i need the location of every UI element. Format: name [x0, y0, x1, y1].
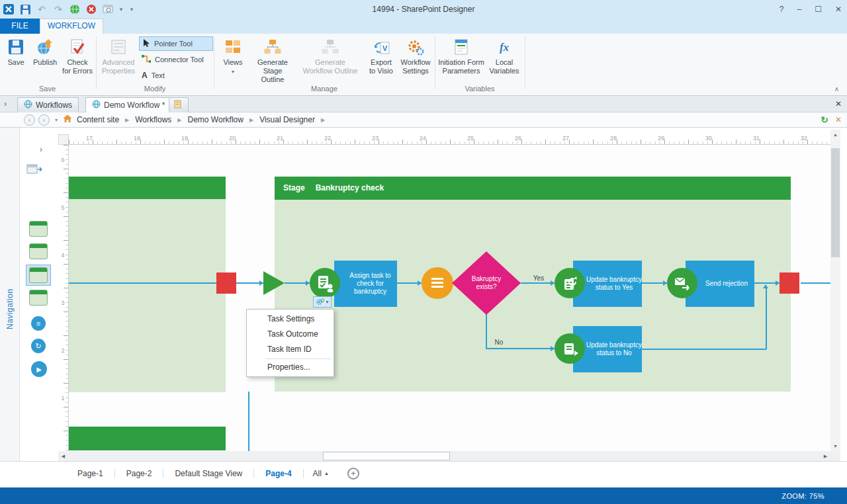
undo-icon[interactable]: ↶: [36, 3, 48, 15]
left-stage-body[interactable]: [69, 199, 226, 392]
vertical-scrollbar[interactable]: ▲ ▼: [830, 130, 840, 451]
enter-stage-shape[interactable]: [216, 273, 236, 294]
site-icon[interactable]: [69, 3, 81, 15]
save-button[interactable]: Save: [3, 36, 29, 67]
page-tab-4[interactable]: Page-4: [254, 469, 302, 478]
back-icon[interactable]: ‹: [24, 114, 35, 126]
scroll-down-icon[interactable]: ▼: [830, 441, 840, 451]
check-for-errors-button[interactable]: Check for Errors: [61, 36, 94, 75]
tab-workflow[interactable]: WORKFLOW: [40, 19, 103, 34]
workflow-settings-button[interactable]: Workflow Settings: [398, 36, 433, 75]
update-status-yes-icon[interactable]: [555, 268, 585, 298]
text-tool-button[interactable]: A Text: [139, 68, 213, 83]
crumb-separator-icon: ▶: [316, 117, 330, 123]
generate-workflow-outline-button: Generate Workflow Outline: [296, 36, 364, 75]
preview-browser-icon[interactable]: [102, 3, 114, 15]
help-button[interactable]: ?: [780, 5, 784, 14]
horizontal-scrollbar[interactable]: ◀ ▶: [58, 451, 830, 461]
qat-customize-icon[interactable]: ▾: [128, 3, 135, 15]
wf-settings-label-1: Workflow: [400, 58, 430, 66]
group-separator: [435, 36, 435, 89]
tab-workflows[interactable]: Workflows: [17, 97, 79, 112]
navigation-pane-label[interactable]: Navigation: [5, 250, 15, 329]
close-tab-icon[interactable]: ✕: [835, 99, 842, 108]
initiation-form-parameters-button[interactable]: Initiation Form Parameters: [438, 36, 484, 75]
horizontal-scrollbar-thumb[interactable]: [323, 452, 450, 460]
ruler-corner: [58, 134, 69, 145]
maximize-button[interactable]: ☐: [815, 5, 822, 14]
menu-item-task-outcome[interactable]: Task Outcome: [247, 327, 334, 342]
minimize-button[interactable]: –: [797, 5, 801, 14]
pointer-tool-button[interactable]: Pointer Tool: [139, 36, 213, 51]
palette-parallel-icon[interactable]: ≡: [31, 316, 46, 331]
exit-stage-shape[interactable]: [780, 273, 799, 294]
shapes-panel-icon[interactable]: [26, 163, 42, 178]
task-options-dropdown-button[interactable]: ▾: [313, 296, 332, 308]
views-button[interactable]: Views ▾: [217, 36, 249, 76]
history-dropdown-icon[interactable]: ▾: [51, 117, 62, 123]
check-label-2: for Errors: [62, 67, 93, 75]
stop-icon[interactable]: ✕: [835, 115, 842, 124]
page-tab-default-stage-view[interactable]: Default Stage View: [163, 469, 253, 478]
workflow-outline-icon: [296, 36, 364, 58]
connector-line-down: [248, 392, 249, 451]
refresh-icon[interactable]: ↻: [821, 114, 828, 125]
export-to-visio-button[interactable]: V Export to Visio: [365, 36, 397, 75]
tab-demo-workflow[interactable]: Demo Workflow *: [85, 97, 171, 112]
breadcrumb-item[interactable]: Workflows: [135, 115, 171, 124]
scroll-left-icon[interactable]: ◀: [58, 451, 68, 461]
left-stage-header[interactable]: [69, 177, 226, 199]
mini-tab[interactable]: [169, 97, 189, 112]
local-variables-button[interactable]: fx Local Variables: [487, 36, 521, 75]
page-tab-2[interactable]: Page-2: [115, 469, 163, 478]
palette-action-thumb[interactable]: [29, 290, 48, 306]
parallel-block-shape[interactable]: [422, 267, 453, 299]
vertical-scrollbar-thumb[interactable]: [831, 148, 840, 257]
forward-icon[interactable]: ›: [38, 114, 50, 126]
palette-loop-icon[interactable]: ↻: [31, 339, 46, 353]
palette-start-icon[interactable]: ▶: [31, 361, 47, 377]
file-tab[interactable]: FILE: [0, 19, 40, 34]
palette-step-thumb[interactable]: [29, 243, 48, 259]
send-rejection-label: Send rejection: [705, 280, 748, 288]
condition-label: Bakruptcy exists?: [465, 275, 508, 291]
ruler-number: 19: [178, 135, 191, 142]
close-site-icon[interactable]: [85, 3, 97, 15]
update-status-no-icon[interactable]: [555, 333, 585, 364]
menu-item-task-settings[interactable]: Task Settings: [247, 312, 334, 327]
tab-workflows-label: Workflows: [36, 101, 72, 110]
menu-item-task-item-id[interactable]: Task Item ID: [247, 342, 334, 357]
palette-expand-icon[interactable]: ›: [40, 145, 42, 154]
menu-item-properties[interactable]: Properties...: [247, 360, 334, 374]
publish-button[interactable]: Publish: [30, 36, 60, 67]
assign-task-icon[interactable]: [310, 268, 340, 298]
scroll-right-icon[interactable]: ▶: [821, 451, 830, 461]
page-tab-1[interactable]: Page-1: [66, 469, 114, 478]
collapse-ribbon-icon[interactable]: ∧: [834, 85, 839, 93]
expand-panel-icon[interactable]: ›: [4, 99, 7, 108]
page-tab-all[interactable]: All ▲: [304, 469, 338, 478]
stage-header-bankruptcy-check[interactable]: Stage Bankruptcy check: [275, 177, 791, 200]
breadcrumb-item[interactable]: Visual Designer: [259, 115, 315, 124]
breadcrumb-item[interactable]: Demo Workflow: [188, 115, 244, 124]
send-rejection-icon[interactable]: [667, 268, 697, 298]
start-shape[interactable]: [263, 271, 285, 295]
preview-dropdown-icon[interactable]: ▾: [118, 3, 124, 15]
bottom-stage-header[interactable]: [69, 427, 226, 450]
group-separator: [96, 36, 97, 89]
assign-task-box[interactable]: Assign task to check for bankruptcy: [334, 261, 397, 307]
redo-icon[interactable]: ↷: [52, 3, 64, 15]
zoom-level[interactable]: ZOOM: 75%: [781, 492, 825, 500]
close-button[interactable]: ✕: [835, 5, 842, 14]
scroll-up-icon[interactable]: ▲: [830, 130, 840, 140]
breadcrumb-item[interactable]: Content site: [77, 115, 119, 124]
add-page-button[interactable]: +: [347, 468, 359, 480]
save-icon[interactable]: [19, 3, 31, 15]
palette-selected-item[interactable]: [26, 265, 51, 286]
workflow-canvas[interactable]: Stage Bankruptcy check Ass: [69, 145, 830, 451]
palette-stage-thumb[interactable]: [29, 221, 48, 237]
page-tab-bar: Page-1 Page-2 Default Stage View Page-4 …: [0, 461, 847, 485]
generate-stage-outline-button[interactable]: Generate Stage Outline: [251, 36, 294, 84]
connector-tool-button[interactable]: Connector Tool: [139, 52, 213, 67]
home-icon[interactable]: [63, 114, 75, 125]
